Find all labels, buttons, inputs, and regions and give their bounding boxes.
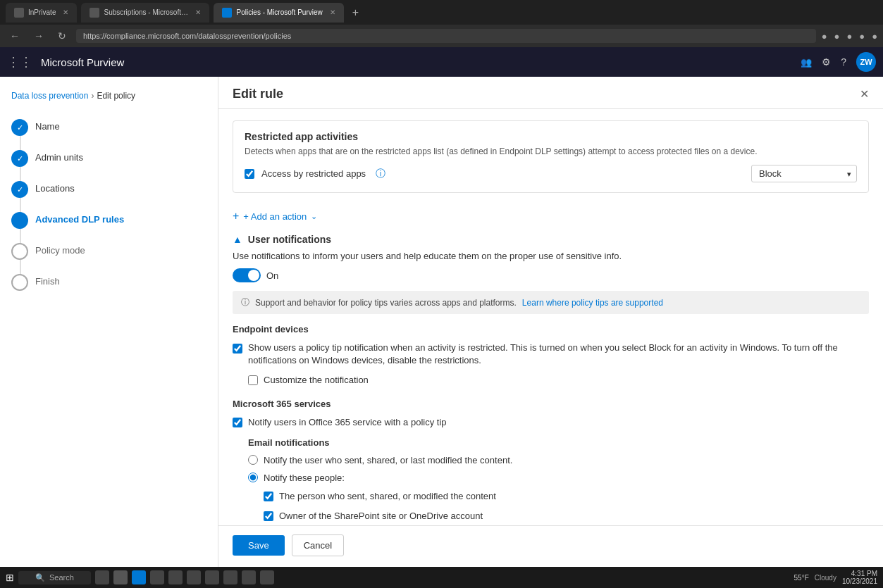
settings-icon[interactable]: ⚙	[822, 56, 831, 68]
taskbar-icon-5[interactable]	[168, 570, 183, 584]
show-policy-tip-checkbox[interactable]	[233, 344, 242, 354]
taskbar-right: 55°F Cloudy 4:31 PM 10/23/2021	[794, 570, 877, 585]
collapse-icon: ▲	[233, 234, 242, 245]
step-item-name: ✓ Name	[11, 112, 206, 143]
info-icon-restricted[interactable]: ⓘ	[376, 168, 385, 180]
notify-people-radio[interactable]	[248, 473, 258, 482]
action-dropdown-wrapper: Audit Block Block with override	[751, 165, 857, 182]
search-bar[interactable]: 🔍 Search	[18, 571, 91, 584]
step-list: ✓ Name ✓ Admin units ✓ Locations Advance…	[11, 112, 206, 298]
notify-user-radio[interactable]	[248, 455, 258, 465]
taskbar-icon-8[interactable]	[223, 570, 237, 584]
step-label-name[interactable]: Name	[35, 119, 60, 132]
step-item-admin: ✓ Admin units	[11, 143, 206, 174]
toggle-knob	[248, 270, 259, 281]
breadcrumb-current: Edit policy	[97, 91, 135, 101]
add-action-label: + Add an action	[243, 211, 307, 222]
cancel-button[interactable]: Cancel	[292, 534, 344, 556]
address-bar-row: ← → ↻ ● ● ● ● ●	[0, 25, 883, 47]
tab-favicon-2	[89, 8, 99, 18]
check-icon-name: ✓	[17, 123, 23, 132]
user-notif-header[interactable]: ▲ User notifications	[233, 234, 869, 245]
taskbar-icon-4[interactable]	[150, 570, 164, 584]
forward-button[interactable]: →	[30, 29, 48, 43]
tab-close-2[interactable]: ✕	[195, 8, 201, 16]
new-tab-button[interactable]: +	[348, 6, 363, 19]
avatar[interactable]: ZW	[856, 52, 876, 72]
check-icon-locations: ✓	[17, 185, 23, 194]
add-action-chevron: ⌄	[311, 212, 317, 221]
step-circle-name: ✓	[11, 119, 28, 136]
owner-sharepoint-label: Owner of the SharePoint site or OneDrive…	[279, 510, 483, 523]
info-banner-icon: ⓘ	[241, 296, 249, 308]
edit-rule-body: Restricted app activities Detects when a…	[218, 109, 883, 525]
footer-bar: Save Cancel	[218, 525, 883, 564]
collaborate-icon[interactable]: 👥	[801, 57, 812, 68]
access-restricted-label: Access by restricted apps	[261, 168, 366, 179]
step-label-policy[interactable]: Policy mode	[35, 243, 85, 256]
breadcrumb: Data loss prevention › Edit policy	[11, 91, 206, 101]
taskbar-icon-6[interactable]	[187, 570, 201, 584]
taskbar-icon-3[interactable]	[132, 570, 146, 584]
person-sent-checkbox[interactable]	[264, 492, 273, 501]
endpoint-devices-title: Endpoint devices	[233, 324, 869, 334]
person-sent-row: The person who sent, shared, or modified…	[264, 490, 869, 503]
reload-button[interactable]: ↻	[54, 29, 70, 43]
close-button[interactable]: ✕	[860, 87, 869, 101]
show-policy-tip-label: Show users a policy tip notification whe…	[248, 342, 869, 367]
breadcrumb-separator: ›	[91, 91, 94, 101]
taskbar-icon-2[interactable]	[113, 570, 128, 584]
tab-close-3[interactable]: ✕	[330, 8, 335, 16]
sidebar: Data loss prevention › Edit policy ✓ Nam…	[0, 77, 218, 567]
taskbar-icon-10[interactable]	[260, 570, 274, 584]
step-label-dlp[interactable]: Advanced DLP rules	[35, 212, 124, 225]
add-action-row[interactable]: + + Add an action ⌄	[233, 204, 869, 234]
customize-notification-checkbox[interactable]	[248, 375, 258, 385]
main-layout: Data loss prevention › Edit policy ✓ Nam…	[0, 77, 883, 567]
taskbar-icon-9[interactable]	[242, 570, 256, 584]
step-item-locations: ✓ Locations	[11, 174, 206, 205]
step-label-locations[interactable]: Locations	[35, 181, 75, 194]
tab-label-3: Policies - Microsoft Purview	[236, 8, 322, 16]
step-circle-admin: ✓	[11, 150, 28, 167]
extension-icon-4[interactable]: ●	[859, 31, 865, 42]
access-restricted-checkbox[interactable]	[245, 169, 254, 179]
action-dropdown[interactable]: Audit Block Block with override	[751, 165, 857, 182]
notify-m365-checkbox[interactable]	[233, 418, 242, 427]
browser-icons: ● ● ● ● ●	[822, 31, 877, 42]
owner-sharepoint-checkbox[interactable]	[264, 511, 273, 521]
step-label-finish[interactable]: Finish	[35, 274, 60, 287]
tab-inprivate[interactable]: InPrivate ✕	[6, 3, 77, 23]
owner-sharepoint-row: Owner of the SharePoint site or OneDrive…	[264, 510, 869, 523]
tab-subscriptions[interactable]: Subscriptions - Microsoft 365 a... ✕	[81, 3, 209, 23]
grid-icon[interactable]: ⋮⋮	[7, 54, 32, 70]
info-link[interactable]: Learn where policy tips are supported	[522, 298, 663, 308]
address-input[interactable]	[76, 29, 816, 43]
app-header: ⋮⋮ Microsoft Purview 👥 ⚙ ? ZW	[0, 47, 883, 77]
extension-icon-5[interactable]: ●	[872, 31, 877, 42]
taskbar-icon-1[interactable]	[95, 570, 109, 584]
taskbar-icon-7[interactable]	[205, 570, 219, 584]
step-item-finish: Finish	[11, 267, 206, 298]
extension-icon-2[interactable]: ●	[834, 31, 840, 42]
extension-icon-1[interactable]: ●	[822, 31, 827, 42]
save-button[interactable]: Save	[233, 535, 285, 556]
breadcrumb-link-dlp[interactable]: Data loss prevention	[11, 91, 88, 101]
toggle-row: On	[233, 268, 869, 282]
extension-icon-3[interactable]: ●	[846, 31, 852, 42]
person-sent-label: The person who sent, shared, or modified…	[279, 490, 496, 503]
tab-close-1[interactable]: ✕	[63, 8, 68, 16]
info-banner-text: Support and behavior for policy tips var…	[255, 298, 517, 308]
clock-time: 4:31 PM	[842, 570, 877, 577]
back-button[interactable]: ←	[6, 29, 24, 43]
toggle-switch[interactable]	[233, 268, 261, 282]
weather-temp: 55°F	[794, 574, 809, 582]
customize-notification-row: Customize the notification	[248, 374, 869, 387]
help-icon[interactable]: ?	[841, 56, 846, 68]
step-label-admin[interactable]: Admin units	[35, 150, 83, 163]
start-button[interactable]: ⊞	[6, 572, 14, 583]
tab-favicon-1	[14, 8, 24, 18]
tab-policies[interactable]: Policies - Microsoft Purview ✕	[214, 3, 343, 23]
show-policy-tip-row: Show users a policy tip notification whe…	[233, 342, 869, 367]
people-checkboxes: The person who sent, shared, or modified…	[264, 490, 869, 525]
